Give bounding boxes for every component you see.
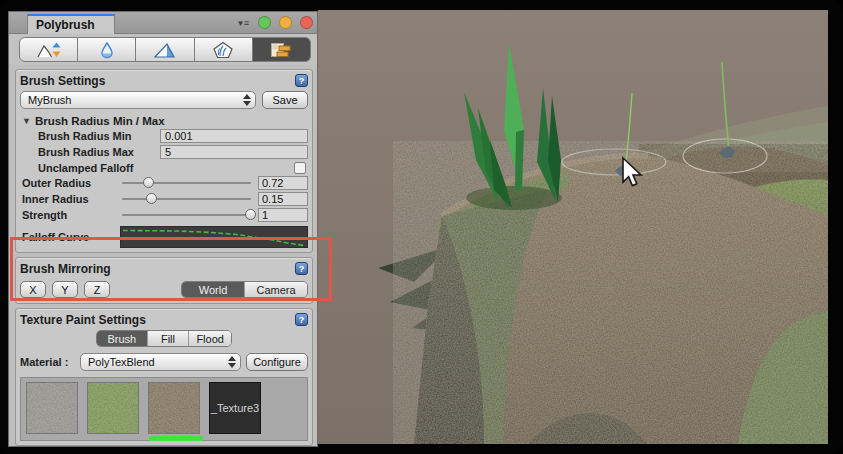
strength-label: Strength bbox=[20, 209, 120, 221]
strength-slider[interactable] bbox=[122, 209, 251, 221]
texture-swatch-stone[interactable] bbox=[26, 382, 78, 434]
radius-min-label: Brush Radius Min bbox=[20, 130, 160, 142]
falloff-curve-label: Falloff Curve bbox=[20, 231, 120, 243]
brush-mirroring-title: Brush Mirroring bbox=[20, 262, 295, 276]
droplet-icon bbox=[94, 41, 120, 59]
popup-stepper-icon bbox=[228, 356, 236, 368]
outer-radius-label: Outer Radius bbox=[20, 177, 120, 189]
save-button[interactable]: Save bbox=[262, 91, 308, 109]
app-frame: Polybrush ▾≡ bbox=[0, 0, 843, 454]
outer-radius-slider[interactable] bbox=[122, 177, 251, 189]
paint-triangle-icon bbox=[152, 41, 178, 59]
texture-blend-icon bbox=[268, 41, 294, 59]
mirror-space-camera[interactable]: Camera bbox=[244, 282, 307, 297]
texture-swatch-grass[interactable] bbox=[87, 382, 139, 434]
falloff-curve-icon bbox=[121, 227, 307, 247]
inner-radius-value[interactable]: 0.15 bbox=[258, 192, 308, 206]
texture-palette: _Texture3 bbox=[20, 377, 308, 441]
tool-paint-button[interactable] bbox=[136, 37, 194, 62]
mirror-x-button[interactable]: X bbox=[20, 281, 46, 298]
radius-foldout[interactable]: ▼ Brush Radius Min / Max bbox=[20, 113, 308, 128]
mode-brush-tab[interactable]: Brush bbox=[97, 331, 147, 346]
texture-paint-section: Texture Paint Settings ? Brush Fill Floo… bbox=[15, 308, 313, 446]
window-button-red[interactable] bbox=[300, 16, 313, 29]
radius-max-label: Brush Radius Max bbox=[20, 146, 160, 158]
radius-min-field[interactable]: 0.001 bbox=[160, 129, 308, 143]
brush-settings-title: Brush Settings bbox=[20, 74, 295, 88]
slider-thumb[interactable] bbox=[146, 193, 157, 204]
tool-texture-blend-button[interactable] bbox=[253, 37, 311, 62]
tool-sculpt-button[interactable] bbox=[19, 37, 78, 62]
falloff-curve-preview[interactable] bbox=[120, 226, 308, 248]
brush-settings-section: Brush Settings ? MyBrush Save ▼ Brush Ra… bbox=[15, 69, 313, 253]
tool-smooth-button[interactable] bbox=[78, 37, 136, 62]
foldout-triangle-icon: ▼ bbox=[22, 116, 31, 126]
texture-swatch-texture3[interactable]: _Texture3 bbox=[209, 382, 261, 434]
brush-mirroring-section: Brush Mirroring ? X Y Z World Camera bbox=[15, 257, 313, 304]
radius-max-field[interactable]: 5 bbox=[160, 145, 308, 159]
configure-button[interactable]: Configure bbox=[246, 353, 308, 371]
pentagon-grass-icon bbox=[210, 41, 236, 59]
texture-paint-title: Texture Paint Settings bbox=[20, 313, 295, 327]
slider-thumb[interactable] bbox=[143, 177, 154, 188]
outer-radius-value[interactable]: 0.72 bbox=[258, 176, 308, 190]
material-label: Material : bbox=[20, 356, 80, 368]
brush-preset-dropdown[interactable]: MyBrush bbox=[20, 91, 256, 109]
mode-fill-tab[interactable]: Fill bbox=[147, 331, 189, 346]
unclamped-falloff-checkbox[interactable] bbox=[294, 162, 306, 174]
tab-polybrush[interactable]: Polybrush bbox=[27, 14, 115, 34]
inner-radius-label: Inner Radius bbox=[20, 193, 120, 205]
texture-strength-bar bbox=[149, 436, 203, 441]
mode-toolbar bbox=[9, 34, 317, 65]
tool-scatter-button[interactable] bbox=[195, 37, 253, 62]
texture-swatch-dirt[interactable] bbox=[148, 382, 200, 434]
pane-menu-icon[interactable]: ▾≡ bbox=[238, 18, 250, 28]
help-icon[interactable]: ? bbox=[295, 313, 308, 326]
panel-titlebar: Polybrush ▾≡ bbox=[9, 12, 317, 34]
window-button-yellow[interactable] bbox=[279, 16, 292, 29]
mirror-space-toggle: World Camera bbox=[181, 281, 308, 298]
sculpt-icon bbox=[36, 41, 62, 59]
inner-radius-slider[interactable] bbox=[122, 193, 251, 205]
mode-flood-tab[interactable]: Flood bbox=[188, 331, 231, 346]
mirror-space-world[interactable]: World bbox=[182, 282, 244, 297]
scene-viewport[interactable] bbox=[318, 10, 828, 444]
material-value: PolyTexBlend bbox=[88, 356, 228, 368]
mirror-z-button[interactable]: Z bbox=[84, 281, 110, 298]
help-icon[interactable]: ? bbox=[295, 262, 308, 275]
material-dropdown[interactable]: PolyTexBlend bbox=[80, 353, 241, 371]
texture3-label: _Texture3 bbox=[211, 402, 259, 414]
popup-stepper-icon bbox=[243, 94, 251, 106]
brush-preset-value: MyBrush bbox=[28, 94, 243, 106]
paint-mode-tabs: Brush Fill Flood bbox=[96, 330, 232, 347]
window-button-green[interactable] bbox=[258, 16, 271, 29]
radius-foldout-label: Brush Radius Min / Max bbox=[35, 115, 165, 127]
polybrush-panel: Polybrush ▾≡ bbox=[8, 11, 318, 447]
unclamped-falloff-label: Unclamped Falloff bbox=[20, 162, 294, 174]
slider-thumb[interactable] bbox=[245, 209, 256, 220]
mirror-y-button[interactable]: Y bbox=[52, 281, 78, 298]
help-icon[interactable]: ? bbox=[295, 74, 308, 87]
strength-value[interactable]: 1 bbox=[258, 208, 308, 222]
